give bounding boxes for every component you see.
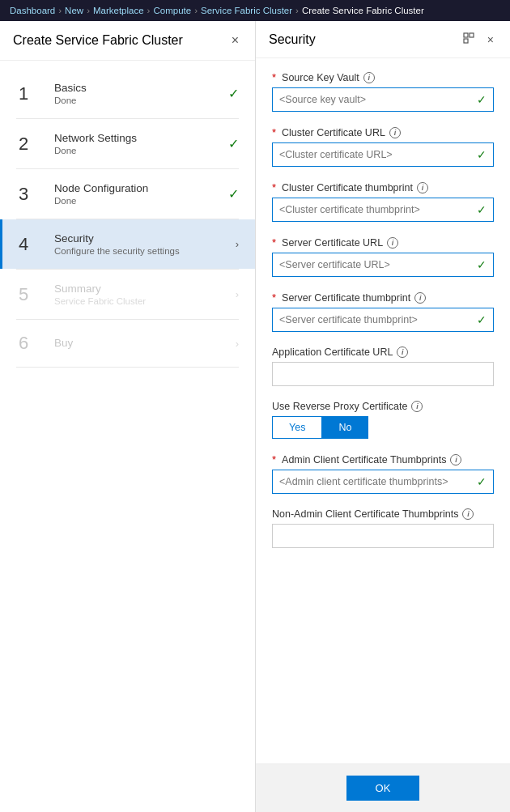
step-5-number: 5 [19, 284, 45, 305]
source-key-vault-group: * Source Key Vault i ✓ [272, 71, 494, 112]
close-button[interactable]: × [228, 32, 242, 49]
reverse-proxy-toggle: Yes No [272, 416, 368, 439]
source-key-vault-label: Source Key Vault [282, 72, 359, 83]
step-4-number: 4 [19, 234, 45, 255]
required-star: * [272, 71, 276, 83]
server-cert-thumbprint-input-wrap: ✓ [272, 308, 494, 332]
breadcrumb-create[interactable]: Create Service Fabric Cluster [302, 6, 424, 15]
required-star: * [272, 181, 276, 193]
admin-thumbprints-check-icon: ✓ [470, 475, 493, 488]
step-4-subtitle: Configure the security settings [54, 246, 229, 256]
reverse-proxy-info-icon[interactable]: i [411, 401, 423, 412]
source-key-vault-input[interactable] [273, 91, 470, 108]
step-3-number: 3 [19, 184, 45, 205]
ok-button[interactable]: OK [346, 776, 420, 801]
source-key-vault-input-wrap: ✓ [272, 87, 494, 112]
server-cert-url-input[interactable] [273, 256, 470, 274]
breadcrumb-compute[interactable]: Compute [153, 6, 191, 15]
app-cert-url-group: Application Certificate URL i [272, 346, 494, 386]
non-admin-thumbprints-input[interactable] [273, 525, 493, 547]
cluster-cert-url-label: Cluster Certificate URL [282, 127, 385, 138]
server-cert-thumbprint-group: * Server Certificate thumbprint i ✓ [272, 291, 494, 332]
right-panel-title: Security [269, 32, 316, 47]
cluster-cert-thumbprint-group: * Cluster Certificate thumbprint i ✓ [272, 181, 494, 222]
right-header: Security × [256, 21, 510, 58]
step-1[interactable]: 1 Basics Done ✓ [0, 69, 255, 118]
step-1-subtitle: Done [54, 96, 222, 105]
step-2-check-icon: ✓ [228, 136, 239, 151]
non-admin-thumbprints-input-wrap [272, 524, 494, 548]
right-panel-close-button[interactable]: × [484, 32, 497, 47]
step-2-title: Network Settings [54, 132, 222, 144]
required-star: * [272, 291, 276, 304]
required-star: * [272, 236, 276, 249]
step-5-subtitle: Service Fabric Cluster [54, 296, 229, 306]
svg-rect-0 [464, 33, 468, 37]
step-5[interactable]: 5 Summary Service Fabric Cluster › [0, 270, 255, 319]
cluster-cert-url-info-icon[interactable]: i [389, 127, 401, 138]
step-2-number: 2 [19, 134, 45, 155]
non-admin-thumbprints-label: Non-Admin Client Certificate Thumbprints [272, 508, 458, 520]
step-6-number: 6 [19, 333, 45, 354]
breadcrumb-marketplace[interactable]: Marketplace [93, 6, 144, 15]
step-3[interactable]: 3 Node Configuration Done ✓ [0, 169, 255, 219]
left-panel: Create Service Fabric Cluster × 1 Basics… [0, 21, 256, 812]
server-cert-url-info-icon[interactable]: i [387, 237, 398, 249]
source-key-vault-info-icon[interactable]: i [363, 72, 375, 83]
cluster-cert-thumbprint-info-icon[interactable]: i [417, 182, 428, 193]
svg-rect-2 [464, 39, 468, 43]
expand-button[interactable] [460, 31, 478, 48]
server-cert-thumbprint-input[interactable] [273, 311, 470, 329]
cluster-cert-thumbprint-input[interactable] [273, 201, 470, 219]
cluster-cert-thumbprint-label: Cluster Certificate thumbprint [282, 182, 413, 193]
cluster-cert-url-input[interactable] [273, 146, 470, 164]
step-3-title: Node Configuration [54, 182, 222, 194]
step-3-subtitle: Done [54, 196, 222, 206]
server-cert-url-check-icon: ✓ [470, 258, 493, 271]
step-2[interactable]: 2 Network Settings Done ✓ [0, 119, 255, 168]
reverse-proxy-no-button[interactable]: No [322, 417, 368, 438]
step-3-check-icon: ✓ [228, 186, 239, 202]
step-2-subtitle: Done [54, 146, 222, 155]
form-content: * Source Key Vault i ✓ * Cluster Certifi… [256, 58, 510, 764]
svg-rect-1 [470, 33, 474, 37]
step-1-number: 1 [19, 83, 45, 104]
app-cert-url-info-icon[interactable]: i [397, 346, 408, 358]
cluster-cert-url-input-wrap: ✓ [272, 142, 494, 167]
breadcrumb: Dashboard › New › Marketplace › Compute … [0, 0, 510, 21]
server-cert-url-label: Server Certificate URL [282, 237, 383, 249]
breadcrumb-service-fabric[interactable]: Service Fabric Cluster [201, 6, 292, 15]
admin-thumbprints-group: * Admin Client Certificate Thumbprints i… [272, 453, 494, 494]
step-4[interactable]: 4 Security Configure the security settin… [0, 219, 255, 269]
admin-thumbprints-input[interactable] [273, 473, 470, 491]
cluster-cert-thumbprint-input-wrap: ✓ [272, 198, 494, 222]
step-6-title: Buy [54, 337, 229, 349]
reverse-proxy-label: Use Reverse Proxy Certificate [272, 401, 407, 412]
required-star: * [272, 126, 276, 138]
breadcrumb-new[interactable]: New [65, 6, 83, 15]
required-star: * [272, 453, 276, 466]
app-cert-url-input-wrap [272, 362, 494, 386]
step-5-title: Summary [54, 283, 229, 295]
step-4-title: Security [54, 232, 229, 244]
non-admin-thumbprints-info-icon[interactable]: i [462, 508, 474, 520]
app-cert-url-input[interactable] [273, 363, 493, 385]
source-key-vault-check-icon: ✓ [470, 93, 493, 106]
server-cert-url-input-wrap: ✓ [272, 253, 494, 277]
left-panel-title: Create Service Fabric Cluster [13, 33, 183, 48]
admin-thumbprints-info-icon[interactable]: i [450, 454, 461, 466]
non-admin-thumbprints-group: Non-Admin Client Certificate Thumbprints… [272, 508, 494, 548]
step-1-title: Basics [54, 82, 222, 94]
reverse-proxy-group: Use Reverse Proxy Certificate i Yes No [272, 401, 494, 439]
breadcrumb-dashboard[interactable]: Dashboard [10, 6, 55, 15]
step-6[interactable]: 6 Buy › [0, 320, 255, 367]
step-5-arrow-icon: › [236, 288, 239, 300]
right-footer: OK [256, 764, 510, 812]
step-4-arrow-icon: › [236, 238, 239, 250]
server-cert-thumbprint-info-icon[interactable]: i [414, 292, 426, 304]
reverse-proxy-yes-button[interactable]: Yes [273, 417, 322, 438]
step-divider-6 [16, 367, 239, 368]
step-1-check-icon: ✓ [228, 86, 239, 101]
step-6-arrow-icon: › [236, 338, 239, 350]
left-header: Create Service Fabric Cluster × [0, 21, 255, 61]
